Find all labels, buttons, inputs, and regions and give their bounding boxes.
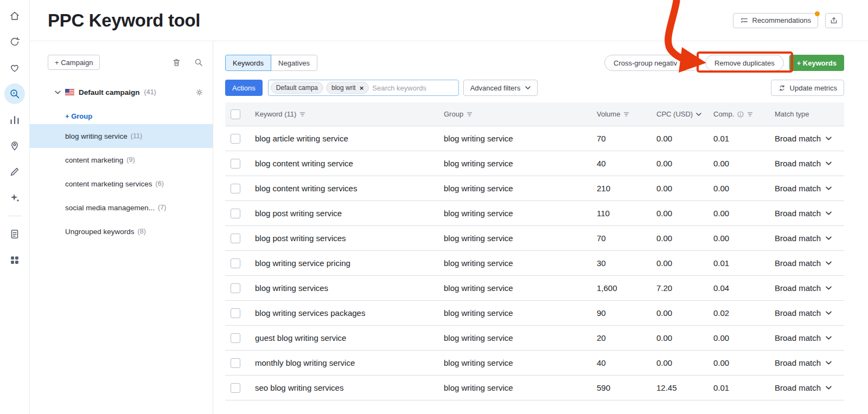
remove-duplicates-button[interactable]: Remove duplicates: [705, 55, 784, 71]
analytics-bars-icon[interactable]: [4, 109, 25, 130]
search-keywords-input[interactable]: [372, 84, 454, 92]
chevron-down-icon: [826, 386, 832, 390]
reports-document-icon[interactable]: [4, 224, 25, 244]
keywords-negatives-tabs: Keywords Negatives: [225, 55, 317, 71]
column-header-keyword[interactable]: Keyword (11): [255, 102, 444, 126]
row-checkbox[interactable]: [231, 159, 240, 169]
map-pin-icon[interactable]: [4, 135, 25, 156]
row-checkbox[interactable]: [231, 234, 240, 243]
keyword-cell: seo blog writing services: [255, 376, 444, 400]
actions-button[interactable]: Actions: [225, 80, 263, 96]
row-checkbox[interactable]: [231, 333, 240, 343]
advanced-filters-button[interactable]: Advanced filters: [463, 80, 538, 96]
projects-sync-icon[interactable]: [4, 31, 25, 52]
filter-chip[interactable]: Default campa: [271, 82, 323, 94]
volume-cell: 30: [597, 251, 656, 275]
keyword-cell: blog article writing service: [255, 126, 444, 151]
group-item[interactable]: social media managemen... (7): [30, 196, 213, 219]
match-type-dropdown[interactable]: Broad match: [775, 326, 844, 350]
group-cell: blog writing service: [444, 326, 597, 350]
group-item[interactable]: content marketing services (6): [30, 172, 213, 196]
row-checkbox[interactable]: [231, 383, 240, 393]
add-group-button[interactable]: + Group: [30, 108, 213, 124]
chevron-down-icon: [826, 137, 832, 140]
close-icon[interactable]: ×: [360, 85, 364, 92]
cross-group-negatives-button[interactable]: Cross-group negativ: [604, 55, 700, 71]
keywords-table: Keyword (11) Group Volume CPC (USD): [225, 102, 844, 400]
gear-icon[interactable]: [195, 88, 204, 97]
table-row: monthly blog writing service blog writin…: [225, 351, 844, 376]
column-header-volume[interactable]: Volume: [597, 102, 656, 126]
campaign-tree-item[interactable]: Default campaign (41): [30, 83, 213, 101]
match-type-dropdown[interactable]: Broad match: [775, 151, 844, 176]
comp-cell: 0.00: [713, 176, 775, 200]
group-item[interactable]: blog writing service (11): [30, 124, 213, 148]
add-keywords-button[interactable]: + Keywords: [789, 55, 844, 71]
column-header-cpc[interactable]: CPC (USD): [656, 102, 713, 126]
chevron-down-icon[interactable]: [55, 90, 61, 94]
row-checkbox[interactable]: [231, 308, 240, 318]
volume-cell: 70: [597, 226, 656, 250]
recommendations-button[interactable]: Recommendations: [733, 13, 818, 28]
row-checkbox[interactable]: [231, 134, 240, 144]
row-checkbox[interactable]: [231, 184, 240, 193]
match-type-dropdown[interactable]: Broad match: [775, 376, 844, 400]
tab-negatives[interactable]: Negatives: [271, 55, 317, 71]
feedback-heart-icon[interactable]: [4, 57, 25, 78]
group-item[interactable]: Ungrouped keywords (8): [30, 219, 213, 243]
apps-grid-icon[interactable]: [4, 250, 25, 270]
cpc-cell: 0.00: [656, 251, 713, 275]
refresh-icon: [778, 84, 786, 92]
comp-cell: 0.00: [713, 226, 775, 250]
match-type-dropdown[interactable]: Broad match: [775, 226, 844, 250]
column-header-comp[interactable]: Comp.: [713, 102, 775, 126]
row-checkbox[interactable]: [231, 258, 240, 268]
table-header: Keyword (11) Group Volume CPC (USD): [225, 102, 844, 126]
export-button[interactable]: [825, 13, 843, 28]
keyword-search-box[interactable]: Default campa blog writ ×: [268, 80, 459, 96]
search-icon[interactable]: [194, 57, 204, 68]
cpc-cell: 0.00: [656, 226, 713, 250]
cpc-cell: 0.00: [656, 201, 713, 225]
chevron-down-icon: [525, 86, 531, 89]
row-checkbox[interactable]: [231, 209, 240, 218]
group-item[interactable]: content marketing (9): [30, 148, 213, 172]
volume-cell: 590: [597, 376, 656, 400]
table-row: blog writing service pricing blog writin…: [225, 251, 844, 276]
match-type-dropdown[interactable]: Broad match: [775, 351, 844, 375]
match-type-dropdown[interactable]: Broad match: [775, 126, 844, 151]
comp-cell: 0.00: [713, 151, 775, 176]
recommendations-label: Recommendations: [752, 16, 811, 24]
table-row: blog article writing service blog writin…: [225, 126, 844, 151]
table-row: blog post writing service blog writing s…: [225, 201, 844, 226]
column-header-group[interactable]: Group: [444, 102, 597, 126]
match-type-dropdown[interactable]: Broad match: [775, 301, 844, 325]
match-type-dropdown[interactable]: Broad match: [775, 276, 844, 300]
row-checkbox[interactable]: [231, 358, 240, 368]
update-metrics-button[interactable]: Update metrics: [771, 80, 844, 96]
match-type-dropdown[interactable]: Broad match: [775, 201, 844, 225]
match-type-dropdown[interactable]: Broad match: [775, 251, 844, 275]
match-type-label: Broad match: [775, 184, 821, 193]
table-row: blog content writing services blog writi…: [225, 176, 844, 201]
tab-keywords[interactable]: Keywords: [225, 55, 271, 71]
filter-chip[interactable]: blog writ ×: [326, 82, 369, 94]
ai-sparkles-icon[interactable]: [4, 187, 25, 208]
add-campaign-button[interactable]: + Campaign: [48, 55, 100, 70]
match-type-label: Broad match: [775, 358, 821, 367]
campaign-panel: + Campaign Default campaign (41): [30, 41, 213, 414]
comp-cell: 0.00: [713, 351, 775, 375]
row-checkbox[interactable]: [231, 283, 240, 293]
group-cell: blog writing service: [444, 151, 597, 176]
match-type-dropdown[interactable]: Broad match: [775, 176, 844, 200]
keyword-tool-target-icon[interactable]: [4, 83, 25, 104]
update-metrics-label: Update metrics: [790, 84, 837, 92]
cpc-cell: 0.00: [656, 151, 713, 176]
chevron-down-icon: [826, 186, 832, 190]
home-icon[interactable]: [4, 5, 25, 26]
delete-icon[interactable]: [171, 57, 182, 68]
group-item-label: social media managemen...: [65, 204, 155, 212]
writing-pencil-icon[interactable]: [4, 161, 25, 182]
select-all-checkbox[interactable]: [231, 109, 240, 119]
group-cell: blog writing service: [444, 251, 597, 275]
